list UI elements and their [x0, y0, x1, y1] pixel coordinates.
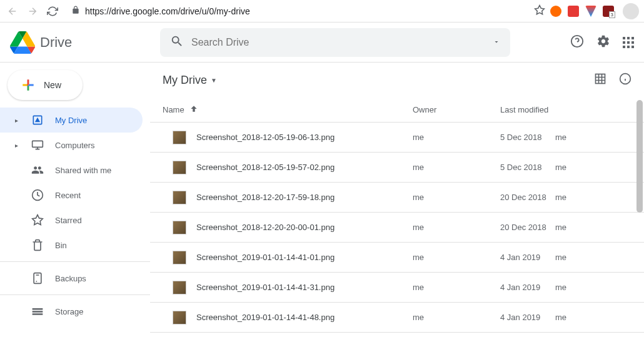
- column-header-modified[interactable]: Last modified: [500, 105, 631, 114]
- file-row[interactable]: Screenshot_2019-01-01-14-41-31.png me 4 …: [150, 273, 644, 303]
- content-area: My Drive ▼ Name Owner Last modified: [150, 63, 644, 337]
- breadcrumb-bar: My Drive ▼: [150, 63, 644, 98]
- file-name: Screenshot_2018-12-05-19-57-02.png: [196, 163, 335, 172]
- url-text: https://drive.google.com/drive/u/0/my-dr…: [85, 6, 250, 16]
- file-modified-by: me: [555, 193, 566, 202]
- column-header-owner[interactable]: Owner: [413, 105, 500, 114]
- grid-view-icon[interactable]: [594, 73, 606, 88]
- main-area: New ▸ My Drive▸ Computers Shared with me…: [0, 63, 644, 337]
- file-date: 20 Dec 2018: [500, 223, 550, 232]
- file-date: 5 Dec 2018: [500, 163, 550, 172]
- chevron-down-icon: ▼: [211, 77, 217, 84]
- sidebar: New ▸ My Drive▸ Computers Shared with me…: [0, 63, 150, 337]
- file-name-cell: Screenshot_2019-01-01-14-41-01.png: [163, 251, 413, 264]
- search-container: [160, 28, 510, 57]
- file-row[interactable]: Screenshot_2018-12-20-17-59-18.png me 20…: [150, 183, 644, 213]
- search-options-icon[interactable]: [493, 37, 500, 48]
- file-name: Screenshot_2019-01-01-14-41-48.png: [196, 313, 335, 322]
- app-header: Drive: [0, 23, 644, 63]
- file-thumbnail: [173, 131, 186, 144]
- bookmark-star-icon[interactable]: [534, 4, 545, 18]
- table-header: Name Owner Last modified: [150, 98, 644, 123]
- file-owner: me: [413, 133, 500, 142]
- file-owner: me: [413, 253, 500, 262]
- extension-icons: 3: [550, 6, 614, 17]
- nav-icon: [31, 239, 44, 251]
- file-owner: me: [413, 163, 500, 172]
- backups-icon: [31, 272, 44, 284]
- file-modified-by: me: [555, 313, 566, 322]
- file-modified: 4 Jan 2019 me: [500, 313, 631, 322]
- nav-icon: [31, 164, 44, 176]
- sidebar-item-label: Recent: [55, 191, 81, 200]
- new-button[interactable]: New: [8, 70, 83, 100]
- file-name: Screenshot_2018-12-20-17-59-18.png: [196, 193, 335, 202]
- sidebar-item-label: Shared with me: [55, 166, 111, 175]
- file-owner: me: [413, 193, 500, 202]
- extension-icon[interactable]: 3: [603, 6, 614, 17]
- browser-toolbar: https://drive.google.com/drive/u/0/my-dr…: [0, 0, 644, 23]
- sort-arrow-up-icon: [189, 104, 198, 115]
- file-date: 4 Jan 2019: [500, 253, 550, 262]
- storage-icon: [31, 305, 44, 318]
- sidebar-item-starred[interactable]: Starred: [0, 208, 143, 233]
- sidebar-item-my-drive[interactable]: ▸ My Drive: [0, 108, 143, 133]
- column-header-name[interactable]: Name: [163, 104, 413, 115]
- file-list: Screenshot_2018-12-05-19-06-13.png me 5 …: [150, 123, 644, 337]
- file-name-cell: Screenshot_2018-12-20-20-00-01.png: [163, 221, 413, 234]
- file-name-cell: Screenshot_2018-12-05-19-57-02.png: [163, 161, 413, 174]
- file-owner: me: [413, 223, 500, 232]
- extension-icon[interactable]: [585, 6, 596, 17]
- breadcrumb[interactable]: My Drive ▼: [163, 74, 217, 87]
- forward-button[interactable]: [25, 4, 40, 19]
- file-thumbnail: [173, 281, 186, 294]
- lock-icon: [71, 6, 80, 17]
- file-modified-by: me: [555, 223, 566, 232]
- file-thumbnail: [173, 311, 186, 324]
- file-name: Screenshot_2018-12-20-20-00-01.png: [196, 223, 335, 232]
- apps-grid-icon[interactable]: [623, 37, 634, 48]
- file-owner: me: [413, 313, 500, 322]
- scrollbar[interactable]: [636, 100, 643, 213]
- search-input[interactable]: [191, 37, 485, 48]
- extension-icon[interactable]: [550, 6, 561, 17]
- app-name: Drive: [40, 34, 72, 51]
- file-row[interactable]: Screenshot_2019-01-01-14-41-01.png me 4 …: [150, 243, 644, 273]
- nav-icon: [31, 114, 44, 126]
- help-icon[interactable]: [570, 34, 584, 51]
- file-thumbnail: [173, 161, 186, 174]
- sidebar-item-bin[interactable]: Bin: [0, 233, 143, 258]
- reload-button[interactable]: [45, 4, 60, 19]
- file-modified-by: me: [555, 253, 566, 262]
- file-row[interactable]: Screenshot_2018-12-05-19-57-02.png me 5 …: [150, 153, 644, 183]
- sidebar-item-shared-with-me[interactable]: Shared with me: [0, 158, 143, 183]
- sidebar-item-backups[interactable]: Backups: [0, 266, 143, 291]
- sidebar-item-storage[interactable]: Storage: [0, 299, 143, 324]
- info-icon[interactable]: [619, 73, 631, 88]
- file-row[interactable]: Screenshot_2018-12-05-19-06-13.png me 5 …: [150, 123, 644, 153]
- file-modified: 5 Dec 2018 me: [500, 163, 631, 172]
- profile-avatar[interactable]: [623, 3, 639, 19]
- sidebar-item-computers[interactable]: ▸ Computers: [0, 133, 143, 158]
- sidebar-item-label: Computers: [55, 141, 95, 150]
- file-row[interactable]: Screenshot_2019-01-01-14-41-48.png me 4 …: [150, 303, 644, 333]
- gear-icon[interactable]: [596, 34, 610, 51]
- file-thumbnail: [173, 191, 186, 204]
- extension-icon[interactable]: [568, 6, 579, 17]
- file-thumbnail: [173, 251, 186, 264]
- sidebar-item-label: Backups: [55, 274, 86, 283]
- file-date: 4 Jan 2019: [500, 283, 550, 292]
- file-name-cell: Screenshot_2018-12-05-19-06-13.png: [163, 131, 413, 144]
- expand-caret-icon: ▸: [15, 117, 20, 124]
- file-name: Screenshot_2018-12-05-19-06-13.png: [196, 133, 335, 142]
- expand-caret-icon: ▸: [15, 142, 20, 149]
- svg-rect-5: [34, 273, 41, 284]
- sidebar-divider: [0, 261, 150, 262]
- back-button[interactable]: [5, 4, 20, 19]
- address-bar[interactable]: https://drive.google.com/drive/u/0/my-dr…: [65, 6, 529, 17]
- logo-section[interactable]: Drive: [10, 31, 160, 54]
- file-row[interactable]: Screenshot_2018-12-20-20-00-01.png me 20…: [150, 213, 644, 243]
- file-name: Screenshot_2019-01-01-14-41-31.png: [196, 283, 335, 292]
- search-box[interactable]: [160, 28, 510, 57]
- sidebar-item-recent[interactable]: Recent: [0, 183, 143, 208]
